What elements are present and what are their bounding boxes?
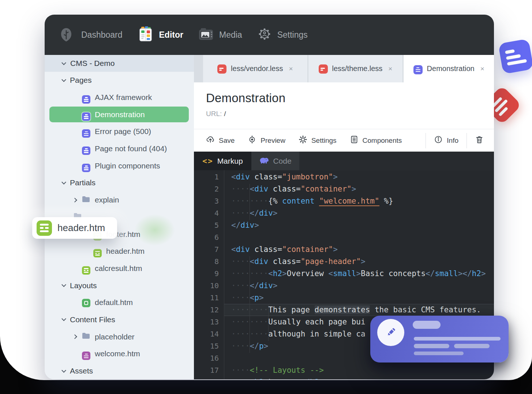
theme-selector[interactable]: CMS - Demo [45, 55, 194, 72]
sidebar-item-error-page-500[interactable]: Error page (500) [45, 123, 194, 140]
sidebar-folder-placeholder[interactable]: placeholder [45, 328, 194, 345]
code-line-6: 6 [194, 231, 494, 244]
code-line-10: 10····</div> [194, 280, 494, 292]
code-line-18: 18····<h2>Layouts</h2> [194, 376, 494, 379]
sidebar-item-ajax-framework[interactable]: AJAX framework [45, 89, 194, 106]
tree-item-label: Layouts [70, 281, 97, 290]
page: Dashboard [0, 0, 532, 394]
tree-item-label: placeholder [95, 332, 135, 341]
tree-item-label: default.htm [95, 298, 133, 307]
code-line-5: 5</div> [194, 219, 494, 231]
sidebar-item-plugin-components[interactable]: Plugin components [45, 157, 194, 174]
sidebar-section-pages[interactable]: Pages [45, 72, 194, 89]
sidebar-section-content-files[interactable]: Content Files [45, 311, 194, 328]
sidebar-item-calcresult-htm[interactable]: calcresult.htm [45, 260, 194, 277]
code-line-11: 11····<p> [194, 292, 494, 304]
nav-item-media[interactable]: Media [198, 27, 242, 43]
chevron-down-icon [61, 77, 66, 82]
url-label: URL: [206, 110, 222, 118]
content-file-icon [82, 347, 90, 360]
tree-item-label: Partials [70, 178, 95, 187]
line-number: 10 [194, 280, 219, 292]
tree-item-label: welcome.htm [95, 349, 140, 358]
sidebar-item-default-htm[interactable]: default.htm [45, 294, 194, 311]
tab-label: Demonstration [427, 64, 475, 73]
target-icon [248, 135, 256, 146]
tree-item-label: Pages [70, 76, 92, 85]
tree-item-label: Demonstration [95, 110, 145, 119]
sidebar-section-layouts[interactable]: Layouts [45, 277, 194, 294]
tab-label: less/theme.less [332, 64, 383, 73]
delete-button[interactable] [475, 135, 484, 146]
line-number: 18 [194, 376, 219, 379]
sidebar-section-partials[interactable]: Partials [45, 174, 194, 192]
chevron-down-icon [61, 60, 66, 65]
line-number: 15 [194, 340, 219, 352]
tree-item-label: Page not found (404) [95, 144, 167, 153]
tree-item-label: explain [95, 196, 119, 204]
code-line-1: 1<div class="jumbotron"> [194, 171, 494, 183]
partial-file-icon [93, 245, 102, 257]
page-title: Demonstration [206, 91, 494, 105]
folder-icon [82, 196, 90, 205]
close-icon[interactable]: × [289, 65, 293, 73]
code-line-4: 4····</div> [194, 207, 494, 219]
decorative-purple-note-icon [498, 38, 532, 74]
components-button[interactable]: Components [350, 135, 402, 146]
toolbar-separator [467, 133, 467, 148]
preview-button[interactable]: Preview [248, 135, 285, 146]
line-number: 16 [194, 352, 219, 364]
line-number: 12 [194, 304, 219, 316]
october-leaf-logo-icon[interactable] [59, 27, 74, 42]
code-line-2: 2····<div class="container"> [194, 183, 494, 195]
settings-button[interactable]: Settings [299, 135, 337, 146]
code-line-8: 8····<div class="page-header"> [194, 256, 494, 268]
pencil-icon [384, 326, 397, 339]
skeleton-bar [414, 352, 464, 355]
tab-markup[interactable]: <> Markup [194, 152, 251, 170]
code-line-17: 17····<!-- Layouts --> [194, 364, 494, 376]
top-navigation: Dashboard [45, 15, 494, 55]
tab-less-theme[interactable]: less/theme.less × [308, 55, 403, 82]
close-icon[interactable]: × [388, 65, 392, 73]
nav-item-editor[interactable]: Editor [137, 26, 183, 44]
line-number: 14 [194, 328, 219, 340]
line-number: 13 [194, 316, 219, 328]
tree-item-label: Content Files [70, 315, 115, 324]
sidebar-item-page-not-found-404[interactable]: Page not found (404) [45, 140, 194, 157]
tab-demonstration[interactable]: Demonstration × [404, 55, 494, 82]
line-number: 7 [194, 244, 219, 256]
nav-item-settings[interactable]: Settings [257, 26, 308, 43]
nav-item-dashboard[interactable]: Dashboard [81, 30, 123, 40]
chevron-right-icon [72, 198, 77, 202]
save-button[interactable]: Save [206, 135, 235, 146]
page-file-icon [82, 160, 90, 172]
button-label: Save [219, 137, 235, 145]
tab-code[interactable]: Code [251, 152, 299, 170]
folder-icon [82, 332, 90, 341]
sidebar-item-welcome-htm[interactable]: welcome.htm [45, 345, 194, 363]
document-tabstrip: less/vendor.less × less/theme.less × Dem… [194, 55, 494, 82]
tree-item-label: header.htm [106, 247, 145, 256]
trash-icon [475, 135, 484, 146]
page-file-icon [82, 142, 90, 155]
sidebar-folder-explain[interactable]: explain [45, 192, 194, 209]
toolbar-separator [426, 133, 426, 148]
line-number: 3 [194, 195, 219, 207]
tab-less-vendor[interactable]: less/vendor.less × [203, 55, 307, 82]
less-file-icon [217, 64, 226, 74]
partial-file-icon [82, 262, 90, 275]
nav-label: Editor [159, 30, 183, 40]
code-line-9: 9········<h2>Overview <small>Basic conce… [194, 268, 494, 280]
sidebar-item-demonstration[interactable]: Demonstration [45, 106, 194, 123]
close-icon[interactable]: × [480, 65, 484, 73]
drag-ghost-header-htm[interactable]: header.htm [32, 217, 117, 239]
nav-label: Dashboard [81, 30, 123, 40]
php-elephant-icon [259, 157, 269, 166]
page-file-icon [82, 91, 90, 104]
theme-name: CMS - Demo [70, 59, 115, 68]
info-button[interactable]: Info [434, 135, 458, 146]
sidebar-section-assets[interactable]: Assets [45, 363, 194, 379]
line-number: 8 [194, 256, 219, 268]
skeleton-bar [454, 344, 490, 348]
